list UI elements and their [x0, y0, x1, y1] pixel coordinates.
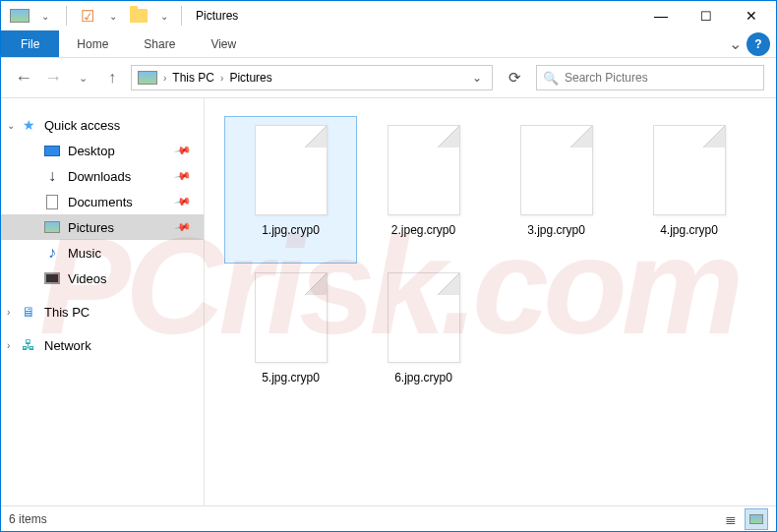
sidebar-network[interactable]: › 🖧 Network	[1, 332, 204, 358]
help-button[interactable]: ?	[747, 32, 770, 56]
qat-dropdown2-icon[interactable]: ⌄	[102, 5, 124, 27]
file-item[interactable]: 2.jpeg.cryp0	[357, 116, 490, 264]
breadcrumb[interactable]: › This PC › Pictures ⌄	[131, 65, 493, 90]
pin-icon: 📌	[174, 218, 193, 237]
file-item[interactable]: 6.jpg.cryp0	[357, 264, 490, 411]
tab-share[interactable]: Share	[126, 30, 193, 57]
chevron-right-icon[interactable]: ›	[218, 73, 225, 84]
breadcrumb-this-pc[interactable]: This PC	[170, 71, 216, 85]
sidebar-item-videos[interactable]: Videos	[1, 266, 204, 291]
file-label: 4.jpg.cryp0	[660, 223, 718, 237]
ribbon-collapse-icon[interactable]: ⌄	[723, 30, 747, 57]
file-label: 6.jpg.cryp0	[394, 371, 452, 384]
desktop-icon	[44, 143, 60, 158]
status-text: 6 items	[9, 512, 47, 526]
refresh-button[interactable]: ⟳	[501, 65, 528, 90]
file-label: 1.jpg.cryp0	[262, 223, 320, 237]
details-view-button[interactable]: ≣	[719, 508, 743, 530]
sidebar-item-pictures[interactable]: Pictures 📌	[1, 214, 204, 240]
download-icon: ↓	[44, 168, 60, 184]
addressbar: ← → ⌄ ↑ › This PC › Pictures ⌄ ⟳ 🔍	[1, 58, 776, 97]
sidebar-quick-access[interactable]: ⌄ ★ Quick access	[1, 112, 204, 138]
close-button[interactable]: ✕	[729, 1, 774, 30]
sidebar-this-pc-label: This PC	[44, 305, 90, 320]
forward-button[interactable]: →	[42, 67, 64, 89]
pictures-icon	[44, 219, 60, 235]
search-icon: 🔍	[543, 71, 559, 86]
sidebar-item-documents[interactable]: Documents 📌	[1, 189, 204, 214]
qat-props-icon[interactable]: ☑	[77, 5, 98, 27]
sidebar-network-label: Network	[44, 338, 91, 353]
window-title: Pictures	[196, 9, 238, 23]
file-label: 2.jpeg.cryp0	[391, 223, 455, 237]
file-pane[interactable]: 1.jpg.cryp02.jpeg.cryp03.jpg.cryp04.jpg.…	[205, 98, 776, 505]
sidebar-item-label: Videos	[68, 271, 107, 286]
recent-dropdown-icon[interactable]: ⌄	[72, 67, 93, 89]
app-icon[interactable]	[9, 5, 30, 27]
file-thumb-icon	[520, 125, 593, 215]
sidebar-quick-access-label: Quick access	[44, 118, 120, 133]
pin-icon: 📌	[174, 167, 193, 186]
sidebar-item-label: Music	[68, 246, 101, 261]
file-label: 3.jpg.cryp0	[527, 223, 585, 237]
file-tab[interactable]: File	[1, 30, 59, 57]
music-icon: ♪	[44, 245, 60, 261]
breadcrumb-dropdown-icon[interactable]: ⌄	[472, 71, 488, 85]
file-thumb-icon	[255, 125, 328, 215]
sidebar-item-downloads[interactable]: ↓ Downloads 📌	[1, 163, 204, 189]
titlebar: ⌄ ☑ ⌄ ⌄ Pictures — ☐ ✕	[1, 1, 776, 30]
folder-icon[interactable]	[128, 5, 149, 27]
pc-icon: 🖥	[21, 304, 36, 320]
statusbar: 6 items ≣	[1, 505, 776, 531]
video-icon	[44, 270, 60, 286]
ribbon: File Home Share View ⌄ ?	[1, 30, 776, 58]
back-button[interactable]: ←	[13, 67, 34, 89]
tab-home[interactable]: Home	[59, 30, 126, 57]
pin-icon: 📌	[174, 193, 193, 211]
breadcrumb-root-icon[interactable]	[136, 71, 159, 85]
sidebar-item-label: Downloads	[68, 169, 131, 184]
network-icon: 🖧	[21, 337, 36, 353]
file-thumb-icon	[255, 272, 328, 363]
file-item[interactable]: 1.jpg.cryp0	[224, 116, 357, 264]
sidebar-item-desktop[interactable]: Desktop 📌	[1, 138, 204, 163]
quick-access-toolbar: ⌄ ☑ ⌄ ⌄	[3, 5, 175, 27]
chevron-right-icon[interactable]: ›	[7, 340, 10, 351]
pin-icon: 📌	[174, 142, 193, 160]
tab-view[interactable]: View	[193, 30, 254, 57]
file-thumb-icon	[653, 125, 726, 215]
large-icons-view-button[interactable]	[745, 508, 768, 530]
sidebar-this-pc[interactable]: › 🖥 This PC	[1, 299, 204, 325]
document-icon	[44, 194, 60, 209]
sidebar-item-label: Desktop	[68, 144, 115, 158]
qat-overflow-icon[interactable]: ⌄	[153, 5, 175, 27]
sidebar-item-label: Documents	[68, 195, 133, 209]
maximize-button[interactable]: ☐	[684, 1, 729, 30]
search-box[interactable]: 🔍	[536, 65, 764, 90]
up-button[interactable]: ↑	[101, 67, 123, 89]
sidebar-item-label: Pictures	[68, 220, 114, 235]
file-label: 5.jpg.cryp0	[262, 371, 320, 384]
sidebar: ⌄ ★ Quick access Desktop 📌 ↓ Downloads 📌…	[1, 98, 205, 505]
file-item[interactable]: 4.jpg.cryp0	[623, 116, 755, 264]
qat-dropdown-icon[interactable]: ⌄	[34, 5, 56, 27]
sidebar-item-music[interactable]: ♪ Music	[1, 240, 204, 266]
chevron-right-icon[interactable]: ›	[161, 73, 168, 84]
body: ⌄ ★ Quick access Desktop 📌 ↓ Downloads 📌…	[1, 97, 776, 505]
star-icon: ★	[21, 117, 36, 133]
file-thumb-icon	[388, 125, 460, 215]
explorer-window: ⌄ ☑ ⌄ ⌄ Pictures — ☐ ✕ File Home Share V…	[0, 0, 777, 532]
minimize-button[interactable]: —	[638, 1, 684, 30]
chevron-down-icon[interactable]: ⌄	[7, 120, 15, 131]
search-input[interactable]	[565, 71, 757, 85]
file-item[interactable]: 5.jpg.cryp0	[224, 264, 357, 411]
chevron-right-icon[interactable]: ›	[7, 307, 10, 318]
file-thumb-icon	[388, 272, 460, 363]
breadcrumb-pictures[interactable]: Pictures	[227, 71, 273, 85]
file-item[interactable]: 3.jpg.cryp0	[490, 116, 623, 264]
